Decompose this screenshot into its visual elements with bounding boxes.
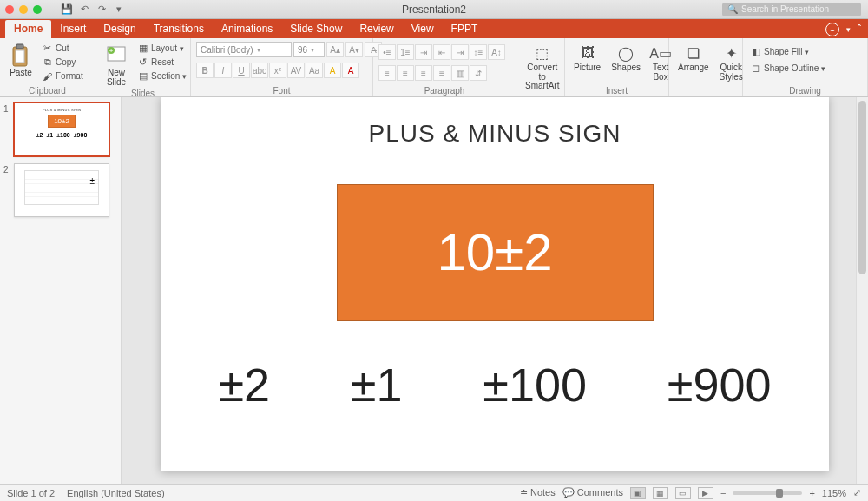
shape-outline-label: Shape Outline	[764, 63, 819, 73]
tab-slideshow[interactable]: Slide Show	[281, 20, 351, 38]
font-size-combo[interactable]: 96▾	[293, 42, 325, 57]
textbox-icon: A▭	[651, 43, 670, 63]
convert-smartart-button[interactable]: ⬚ Convert to SmartArt	[522, 42, 562, 93]
bold-button[interactable]: B	[196, 63, 214, 78]
search-icon: 🔍	[727, 4, 738, 14]
shape-outline-button[interactable]: ◻Shape Outline▾	[748, 62, 827, 75]
notes-toggle[interactable]: ≐ Notes	[520, 487, 556, 498]
cut-button[interactable]: ✂Cut	[40, 42, 85, 55]
quick-styles-button[interactable]: ✦Quick Styles	[716, 42, 746, 83]
collapse-ribbon-icon[interactable]: ˆ	[858, 23, 861, 36]
tab-fppt[interactable]: FPPT	[443, 20, 487, 38]
font-name-value: Calibri (Body)	[201, 45, 253, 55]
reset-button[interactable]: ↺Reset	[135, 56, 188, 69]
slide-canvas-area[interactable]: PLUS & MINUS SIGN 10±2 ±2 ±1 ±100 ±900	[122, 97, 868, 484]
zoom-slider[interactable]	[733, 491, 802, 495]
decrease-font-button[interactable]: A▾	[345, 42, 363, 57]
feedback-icon[interactable]: ⌣	[825, 23, 839, 36]
layout-button[interactable]: ▦Layout▾	[135, 42, 188, 55]
zoom-level[interactable]: 115%	[822, 488, 846, 498]
orange-shape[interactable]: 10±2	[337, 184, 654, 321]
tab-transitions[interactable]: Transitions	[145, 20, 213, 38]
ribbon-tabs: Home Insert Design Transitions Animation…	[0, 19, 868, 38]
thumbnail-1[interactable]: 1 PLUS & MINUS SIGN 10±2 ±2 ±1 ±100 ±900	[3, 102, 117, 156]
section-button[interactable]: ▤Section▾	[135, 69, 188, 82]
tab-animations[interactable]: Animations	[213, 20, 281, 38]
arrange-button[interactable]: ❏Arrange	[674, 42, 713, 75]
cut-icon: ✂	[42, 43, 53, 54]
font-color-button[interactable]: A	[342, 63, 359, 78]
plus-minus-row[interactable]: ±2 ±1 ±100 ±900	[161, 358, 829, 412]
normal-view-button[interactable]: ▣	[630, 487, 646, 499]
zoom-out-button[interactable]: −	[720, 488, 726, 498]
tab-view[interactable]: View	[403, 20, 443, 38]
status-slide-count[interactable]: Slide 1 of 2	[7, 488, 55, 498]
increase-font-button[interactable]: A▴	[326, 42, 344, 57]
group-paragraph: •≡ 1≡ ⇥ ⇤ ⇥ ↕≡ A↕ ≡ ≡ ≡ ≡ ▥ ⇵ Paragraph	[373, 38, 516, 96]
font-name-combo[interactable]: Calibri (Body)▾	[196, 42, 292, 57]
status-bar: Slide 1 of 2 English (United States) ≐ N…	[0, 484, 868, 501]
decrease-indent-button[interactable]: ⇤	[433, 44, 450, 60]
highlight-button[interactable]: A	[324, 63, 341, 78]
slide[interactable]: PLUS & MINUS SIGN 10±2 ±2 ±1 ±100 ±900	[161, 97, 829, 471]
thumb-preview-2: ±	[14, 163, 109, 217]
thumbnail-2[interactable]: 2 ±	[3, 163, 117, 217]
char-spacing-button[interactable]: AV	[287, 63, 305, 78]
tabs-right-controls: ⌣ ▾ ˆ	[825, 23, 861, 36]
picture-button[interactable]: 🖼Picture	[570, 42, 604, 75]
new-slide-button[interactable]: + New Slide	[101, 42, 132, 89]
scrollbar-thumb[interactable]	[858, 101, 866, 274]
format-painter-icon: 🖌	[42, 70, 53, 82]
thumb-number: 2	[3, 163, 10, 217]
shapes-button[interactable]: ◯Shapes	[608, 42, 644, 75]
zoom-slider-knob[interactable]	[776, 489, 783, 498]
new-slide-label: New Slide	[107, 69, 126, 87]
shape-fill-button[interactable]: ◧Shape Fill▾	[748, 45, 811, 58]
increase-indent-button[interactable]: ⇥	[451, 44, 469, 60]
justify-button[interactable]: ≡	[433, 65, 450, 81]
pm-value: ±100	[483, 358, 587, 412]
copy-icon: ⧉	[42, 56, 53, 68]
shape-fill-icon: ◧	[750, 46, 761, 57]
group-font: Calibri (Body)▾ 96▾ A▴ A▾ A̶ B I U abc x…	[191, 38, 373, 96]
tab-insert[interactable]: Insert	[51, 20, 95, 38]
bullets-button[interactable]: •≡	[378, 44, 396, 60]
vertical-scrollbar[interactable]	[856, 97, 868, 484]
tab-design[interactable]: Design	[95, 20, 144, 38]
change-case-button[interactable]: Aa	[306, 63, 323, 78]
line-spacing-button[interactable]: ↕≡	[470, 44, 487, 60]
search-box[interactable]: 🔍	[722, 3, 861, 16]
columns-button[interactable]: ▥	[451, 65, 469, 81]
status-language[interactable]: English (United States)	[67, 488, 165, 498]
smartart-icon: ⬚	[533, 43, 552, 63]
copy-button[interactable]: ⧉Copy	[40, 56, 85, 69]
strikethrough-button[interactable]: abc	[251, 63, 268, 78]
reading-view-button[interactable]: ▭	[675, 487, 691, 499]
align-text-button[interactable]: ⇵	[470, 65, 487, 81]
svg-rect-1	[16, 44, 23, 49]
tab-review[interactable]: Review	[351, 20, 402, 38]
tab-home[interactable]: Home	[5, 20, 51, 38]
list-level-button[interactable]: ⇥	[415, 44, 432, 60]
fit-to-window-button[interactable]: ⤢	[853, 487, 861, 498]
sorter-view-button[interactable]: ▦	[653, 487, 668, 499]
chevron-down-icon: ▾	[180, 44, 184, 53]
subscript-button[interactable]: x²	[269, 63, 286, 78]
zoom-in-button[interactable]: +	[809, 488, 814, 498]
italic-button[interactable]: I	[214, 63, 232, 78]
text-direction-button[interactable]: A↕	[488, 44, 505, 60]
paste-button[interactable]: Paste	[5, 42, 36, 80]
shapes-label: Shapes	[611, 63, 641, 73]
align-left-button[interactable]: ≡	[378, 65, 396, 81]
numbering-button[interactable]: 1≡	[397, 44, 414, 60]
align-right-button[interactable]: ≡	[415, 65, 432, 81]
align-center-button[interactable]: ≡	[397, 65, 414, 81]
search-input[interactable]	[741, 4, 845, 14]
feedback-chevron-icon[interactable]: ▾	[846, 25, 851, 34]
format-painter-button[interactable]: 🖌Format	[40, 69, 85, 82]
slideshow-view-button[interactable]: ▶	[698, 487, 713, 499]
slide-title[interactable]: PLUS & MINUS SIGN	[161, 120, 829, 148]
notes-label: Notes	[530, 487, 556, 498]
underline-button[interactable]: U	[233, 63, 250, 78]
comments-toggle[interactable]: 💬 Comments	[562, 487, 623, 498]
